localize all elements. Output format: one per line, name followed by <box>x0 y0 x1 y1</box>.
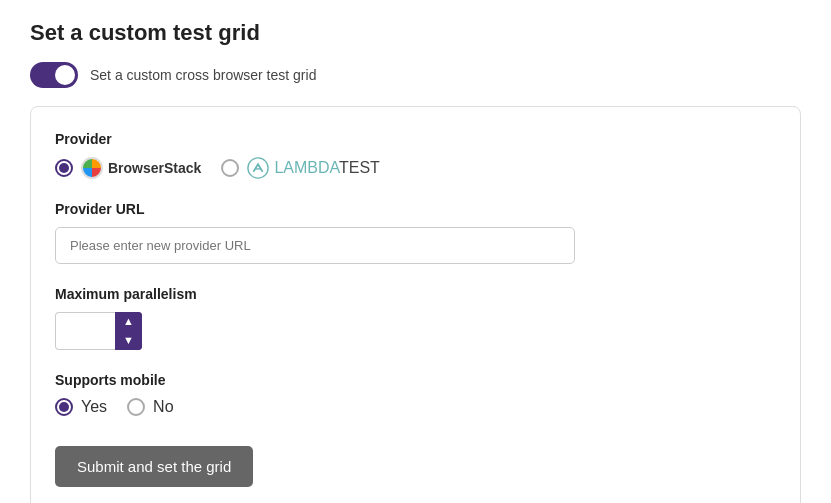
mobile-option-yes[interactable]: Yes <box>55 398 107 416</box>
provider-group: Provider BrowserStack LA <box>55 131 776 179</box>
supports-mobile-radio-row: Yes No <box>55 398 776 416</box>
parallelism-increment[interactable]: ▲ <box>115 312 142 331</box>
parallelism-spinner[interactable]: ▲ ▼ <box>115 312 142 350</box>
browserstack-text: BrowserStack <box>108 160 201 176</box>
parallelism-input[interactable]: 5 <box>55 312 115 350</box>
provider-radio-row: BrowserStack LAMBDATEST <box>55 157 776 179</box>
toggle-row: Set a custom cross browser test grid <box>30 62 801 88</box>
parallelism-decrement[interactable]: ▼ <box>115 331 142 350</box>
parallelism-label: Maximum parallelism <box>55 286 776 302</box>
provider-option-browserstack[interactable]: BrowserStack <box>55 157 201 179</box>
submit-button[interactable]: Submit and set the grid <box>55 446 253 487</box>
browserstack-icon <box>81 157 103 179</box>
provider-option-lambdatest[interactable]: LAMBDATEST <box>221 157 380 179</box>
lambdatest-logo: LAMBDATEST <box>247 157 380 179</box>
provider-url-input[interactable] <box>55 227 575 264</box>
provider-url-label: Provider URL <box>55 201 776 217</box>
browserstack-logo: BrowserStack <box>81 157 201 179</box>
toggle-label: Set a custom cross browser test grid <box>90 67 316 83</box>
provider-label: Provider <box>55 131 776 147</box>
parallelism-group: Maximum parallelism 5 ▲ ▼ <box>55 286 776 350</box>
settings-card: Provider BrowserStack LA <box>30 106 801 503</box>
provider-url-group: Provider URL <box>55 201 776 264</box>
custom-grid-toggle[interactable] <box>30 62 78 88</box>
mobile-option-no[interactable]: No <box>127 398 173 416</box>
lambdatest-icon <box>247 157 269 179</box>
mobile-yes-label: Yes <box>81 398 107 416</box>
lambdatest-text: LAMBDATEST <box>274 159 380 177</box>
page-title: Set a custom test grid <box>30 20 801 46</box>
svg-point-0 <box>248 158 268 178</box>
supports-mobile-label: Supports mobile <box>55 372 776 388</box>
mobile-no-label: No <box>153 398 173 416</box>
supports-mobile-group: Supports mobile Yes No <box>55 372 776 416</box>
parallelism-row: 5 ▲ ▼ <box>55 312 776 350</box>
